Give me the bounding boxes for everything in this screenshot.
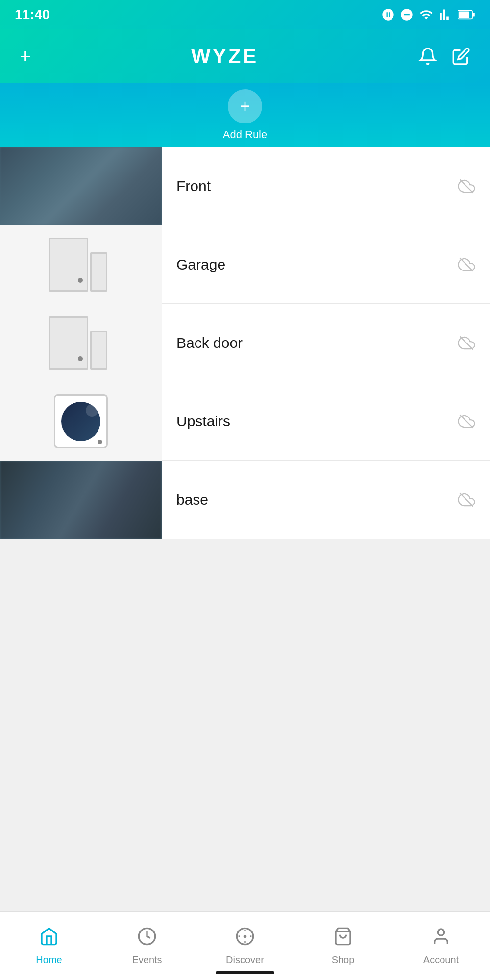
device-item-front[interactable]: Front xyxy=(0,147,490,225)
device-item-backdoor[interactable]: Back door xyxy=(0,304,490,382)
discover-icon xyxy=(235,927,255,951)
events-icon xyxy=(137,927,157,951)
no-cloud-icon-garage xyxy=(458,256,475,273)
no-cloud-icon-backdoor xyxy=(458,334,475,352)
svg-rect-1 xyxy=(459,11,469,18)
device-info-garage: Garage xyxy=(162,256,490,273)
add-rule-label: Add Rule xyxy=(223,128,268,141)
shop-icon xyxy=(333,927,353,951)
add-rule-button[interactable]: + xyxy=(228,89,262,123)
no-cloud-icon-front xyxy=(458,177,475,195)
device-thumbnail-garage xyxy=(0,225,162,304)
device-name-upstairs: Upstairs xyxy=(176,413,230,430)
header: + WYZE xyxy=(0,29,490,83)
svg-point-16 xyxy=(438,929,444,935)
home-indicator xyxy=(216,971,274,974)
nav-label-discover: Discover xyxy=(226,955,264,966)
wifi-icon xyxy=(418,8,434,22)
nav-item-shop[interactable]: Shop xyxy=(294,927,392,966)
nav-label-events: Events xyxy=(132,955,162,966)
device-name-garage: Garage xyxy=(176,256,225,273)
device-thumbnail-upstairs xyxy=(0,382,162,461)
bottom-nav: Home Events xyxy=(0,911,490,980)
device-item-upstairs[interactable]: Upstairs xyxy=(0,382,490,461)
nav-label-shop: Shop xyxy=(332,955,355,966)
nav-item-discover[interactable]: Discover xyxy=(196,927,294,966)
dnd-icon xyxy=(400,8,414,22)
home-icon xyxy=(39,927,59,951)
device-name-backdoor: Back door xyxy=(176,335,243,351)
device-list: Front Garage xyxy=(0,147,490,980)
edit-icon[interactable] xyxy=(452,47,470,66)
device-name-front: Front xyxy=(176,178,211,195)
signal-icon xyxy=(439,8,453,22)
status-icons xyxy=(381,8,475,22)
add-rule-plus: + xyxy=(240,98,250,115)
svg-line-5 xyxy=(460,336,473,349)
no-cloud-icon-base xyxy=(458,491,475,509)
svg-rect-2 xyxy=(472,13,475,16)
nav-item-home[interactable]: Home xyxy=(0,927,98,966)
app-logo: WYZE xyxy=(191,45,258,68)
nav-label-home: Home xyxy=(36,955,62,966)
device-info-base: base xyxy=(162,491,490,509)
camera-status-icon xyxy=(381,8,395,22)
device-thumbnail-front xyxy=(0,147,162,225)
motion-sensor-icon-upstairs xyxy=(54,394,108,448)
no-cloud-icon-upstairs xyxy=(458,413,475,430)
nav-label-account: Account xyxy=(423,955,459,966)
device-item-garage[interactable]: Garage xyxy=(0,225,490,304)
app-container: 11:40 + xyxy=(0,0,490,980)
device-thumbnail-backdoor xyxy=(0,304,162,382)
door-sensor-icon-garage xyxy=(49,238,113,292)
door-sensor-icon-backdoor xyxy=(49,316,113,370)
device-name-base: base xyxy=(176,491,208,508)
status-time: 11:40 xyxy=(15,7,50,23)
device-thumbnail-base xyxy=(0,461,162,539)
device-info-front: Front xyxy=(162,177,490,195)
device-info-upstairs: Upstairs xyxy=(162,413,490,430)
svg-line-3 xyxy=(460,179,473,193)
svg-line-4 xyxy=(460,258,473,271)
battery-icon xyxy=(458,9,475,21)
notification-icon[interactable] xyxy=(418,47,437,66)
nav-item-account[interactable]: Account xyxy=(392,927,490,966)
svg-point-10 xyxy=(244,934,247,938)
account-icon xyxy=(431,927,451,951)
device-item-base[interactable]: base xyxy=(0,461,490,539)
header-actions xyxy=(418,47,470,66)
nav-item-events[interactable]: Events xyxy=(98,927,196,966)
svg-line-6 xyxy=(460,415,473,428)
status-bar: 11:40 xyxy=(0,0,490,29)
svg-line-7 xyxy=(460,493,473,506)
add-rule-section: + Add Rule xyxy=(0,83,490,147)
add-device-button[interactable]: + xyxy=(20,46,31,68)
device-info-backdoor: Back door xyxy=(162,334,490,352)
